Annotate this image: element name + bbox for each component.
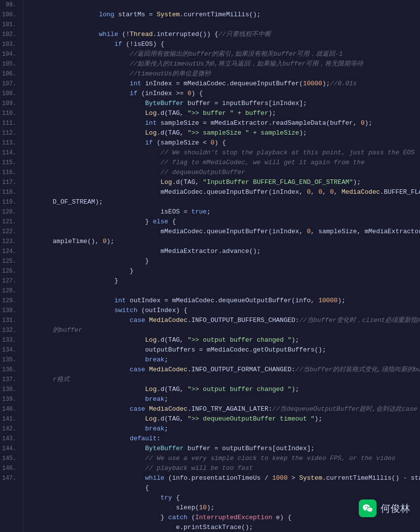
- code-editor: 99. 100. 101. 102. 103. 104. 105. 106. 1…: [0, 0, 420, 532]
- code-line-101: while (!Thread.interrupted()) {//只要线程不中断: [30, 20, 420, 30]
- wechat-icon: [359, 499, 377, 517]
- code-content: long startMs = System.currentTimeMillis(…: [24, 0, 420, 532]
- line-numbers: 99. 100. 101. 102. 103. 104. 105. 106. 1…: [0, 0, 24, 532]
- code-line-99: long startMs = System.currentTimeMillis(…: [30, 0, 420, 10]
- watermark-name: 何俊林: [381, 502, 410, 515]
- code-line-133: Log.d(TAG, ">> output buffer changed ");: [30, 375, 420, 385]
- code-line-126: int outIndex = mMediaCodec.dequeueOutput…: [30, 286, 420, 296]
- code-line-129: Log.d(TAG, ">> output buffer changed ");: [30, 325, 420, 335]
- watermark: 何俊林: [359, 499, 410, 517]
